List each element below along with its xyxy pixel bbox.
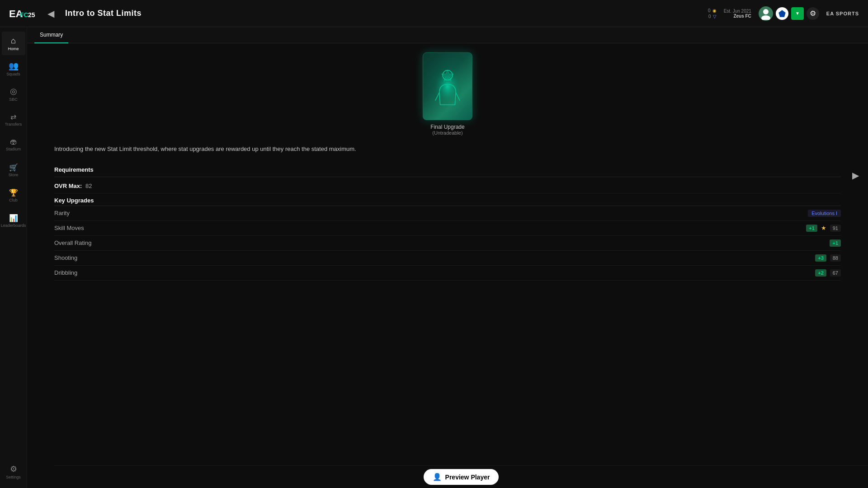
top-bar: EA FC 25 ◀ Intro to Stat Limits 0 ◉ 0 ▽ …: [0, 0, 868, 27]
sidebar-label-sbc: SBC: [9, 97, 18, 102]
sidebar-label-transfers: Transfers: [5, 122, 22, 127]
rank-badge: ▼: [791, 7, 804, 20]
club-icon: 🏆: [9, 188, 18, 197]
stat-label-shooting: Shooting: [54, 254, 77, 261]
sidebar-item-transfers[interactable]: ⇄ Transfers: [2, 108, 25, 131]
leaderboards-icon: 📊: [9, 214, 18, 222]
preview-icon: 👤: [433, 473, 442, 481]
stadium-icon: 🏟: [10, 138, 17, 146]
key-upgrades-header: Key Upgrades: [54, 193, 841, 206]
top-bar-left: EA FC 25 ◀ Intro to Stat Limits: [9, 5, 142, 22]
stat-row-rarity: Rarity Evolutions I: [54, 206, 841, 221]
player-card: [423, 52, 472, 120]
svg-point-4: [761, 15, 770, 20]
store-icon: 🛒: [9, 163, 18, 172]
stat-label-skill-moves: Skill Moves: [54, 225, 84, 231]
card-subtitle: (Untradeable): [432, 130, 462, 136]
sidebar: ⌂ Home 👥 Squads ◎ SBC ⇄ Transfers 🏟 Stad…: [0, 27, 27, 488]
sidebar-label-squads: Squads: [6, 72, 20, 76]
main-content: Summary: [27, 27, 868, 488]
home-icon: ⌂: [11, 36, 16, 46]
coins-icon: ◉: [712, 8, 717, 13]
stat-right-skill-moves: +1 ★ 91: [806, 225, 841, 232]
sidebar-label-club: Club: [9, 198, 18, 202]
tab-summary[interactable]: Summary: [34, 27, 68, 43]
sidebar-label-settings: Settings: [6, 475, 21, 479]
description: Introducing the new Stat Limit threshold…: [54, 145, 841, 154]
transfers-icon: ⇄: [10, 113, 16, 121]
stat-right-overall: +1: [830, 239, 841, 247]
requirements-header: Requirements: [54, 163, 841, 177]
est-label: Est. Jun 2021 Zeus FC: [724, 9, 751, 19]
card-name: Final Upgrade: [430, 124, 464, 130]
ovr-max-label: OVR Max: 82: [54, 183, 92, 189]
card-section: Final Upgrade (Untradeable): [54, 52, 841, 136]
sidebar-label-store: Store: [9, 173, 19, 177]
sidebar-item-squads[interactable]: 👥 Squads: [2, 57, 25, 80]
stat-right-shooting: +3 88: [815, 254, 841, 262]
svg-text:25: 25: [28, 11, 35, 19]
back-button[interactable]: ◀: [43, 6, 58, 21]
top-bar-right: 0 ◉ 0 ▽ Est. Jun 2021 Zeus FC ▼ ⚙: [708, 6, 859, 21]
arrow-right-button[interactable]: ▶: [852, 170, 859, 181]
sidebar-label-stadium: Stadium: [6, 147, 21, 151]
stat-label-overall: Overall Rating: [54, 239, 91, 246]
shooting-value: 88: [830, 254, 841, 262]
stat-right-rarity: Evolutions I: [808, 210, 841, 217]
dribbling-change: +2: [815, 269, 826, 277]
settings-icon[interactable]: ⚙: [807, 7, 819, 20]
stat-row-shooting: Shooting +3 88: [54, 251, 841, 266]
ea-sports-logo: EA SPORTS: [826, 11, 859, 16]
svg-marker-5: [778, 10, 786, 17]
ovr-max-row: OVR Max: 82: [54, 179, 841, 193]
sidebar-item-home[interactable]: ⌂ Home: [2, 32, 25, 55]
sidebar-label-leaderboards: Leaderboards: [1, 223, 26, 228]
stat-right-dribbling: +2 67: [815, 269, 841, 277]
sbc-icon: ◎: [10, 86, 17, 96]
coins-bar: 0 ◉ 0 ▽: [708, 8, 717, 19]
skill-moves-stars: ★: [821, 225, 826, 231]
squads-icon: 👥: [9, 61, 19, 71]
stat-row-overall: Overall Rating +1: [54, 236, 841, 251]
page-title: Intro to Stat Limits: [65, 9, 142, 18]
sidebar-item-store[interactable]: 🛒 Store: [2, 158, 25, 182]
points-icon: ▽: [713, 14, 717, 19]
overall-change: +1: [830, 239, 841, 247]
stat-row-dribbling: Dribbling +2 67: [54, 266, 841, 281]
coins-value: 0: [708, 8, 711, 13]
sidebar-label-home: Home: [8, 47, 19, 51]
sidebar-item-club[interactable]: 🏆 Club: [2, 183, 25, 207]
skill-moves-value: 91: [830, 225, 841, 232]
sidebar-item-settings[interactable]: ⚙ Settings: [2, 460, 25, 483]
user-badge: ▼ ⚙: [759, 6, 819, 21]
team-badge: [776, 7, 788, 20]
stat-row-skill-moves: Skill Moves +1 ★ 91: [54, 221, 841, 236]
points-value: 0: [708, 14, 711, 19]
content-area: Final Upgrade (Untradeable) ▶ Introducin…: [27, 43, 868, 308]
sidebar-item-leaderboards[interactable]: 📊 Leaderboards: [2, 209, 25, 232]
shooting-change: +3: [815, 254, 826, 262]
preview-player-label: Preview Player: [445, 474, 490, 481]
sidebar-item-sbc[interactable]: ◎ SBC: [2, 82, 25, 106]
preview-player-button[interactable]: 👤 Preview Player: [424, 469, 499, 485]
skill-moves-change: +1: [806, 225, 817, 232]
settings-icon-sidebar: ⚙: [10, 464, 17, 474]
stat-label-dribbling: Dribbling: [54, 269, 77, 276]
tab-bar: Summary: [27, 27, 868, 43]
svg-point-3: [763, 9, 769, 14]
dribbling-value: 67: [830, 269, 841, 277]
bottom-bar: 👤 Preview Player: [54, 465, 868, 488]
avatar: [759, 6, 773, 21]
sidebar-item-stadium[interactable]: 🏟 Stadium: [2, 133, 25, 156]
player-silhouette: [429, 64, 466, 109]
fc25-logo: EA FC 25: [9, 5, 36, 22]
svg-text:FC: FC: [20, 11, 28, 19]
evolutions-badge: Evolutions I: [808, 210, 841, 217]
stat-label-rarity: Rarity: [54, 210, 70, 216]
